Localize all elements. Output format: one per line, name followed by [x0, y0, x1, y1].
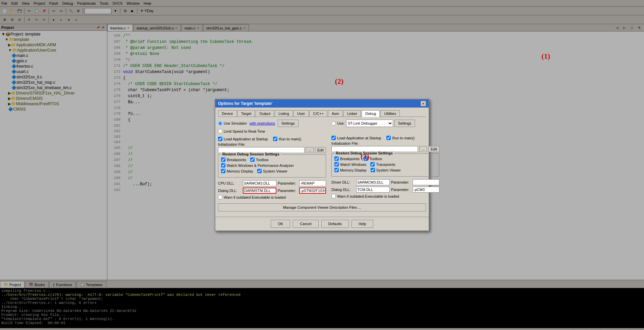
restore-group-right: Restore Debug Session Settings Breakpoin…: [331, 153, 439, 177]
use-label: Use:: [337, 121, 345, 125]
toolbox-check-right[interactable]: [364, 156, 368, 161]
tab-utilities[interactable]: Utilities: [380, 110, 399, 117]
toolbox-label-left: Toolbox: [256, 158, 269, 162]
warn-label-right: Warn if outdated Executable is loaded: [337, 194, 399, 198]
breakpoints-check-right[interactable]: [334, 156, 339, 161]
tab-debug[interactable]: Debug: [362, 110, 380, 117]
tab-target[interactable]: Target: [237, 110, 255, 117]
load-app-row-left: Load Application at Startup Run to main(…: [218, 137, 326, 141]
dialog-dll-label-left: Dialog DLL:: [218, 189, 241, 193]
watch-trace-row-right: Watch Windows Tracepoints: [334, 162, 436, 167]
left-settings-btn[interactable]: Settings: [278, 120, 299, 127]
watch-perf-label-left: Watch Windows & Performance Analyzer: [227, 163, 294, 168]
dialog-param-label-right: Parameter:: [391, 188, 411, 192]
ok-btn[interactable]: OK: [271, 220, 290, 228]
watch-perf-check-left[interactable]: [221, 163, 225, 168]
options-dialog: Options for Target 'template' ✕ Device T…: [215, 99, 429, 231]
limit-speed-row: Limit Speed to Real-Time: [218, 129, 326, 133]
tab-device[interactable]: Device: [218, 110, 237, 117]
breakpoints-row-left: Breakpoints Toolbox: [221, 157, 323, 162]
manage-component-btn[interactable]: Manage Component Viewer Description File…: [218, 203, 426, 211]
cpu-dll-row-left: CPU DLL: Parameter:: [218, 180, 326, 186]
tab-asm[interactable]: Asm: [328, 110, 343, 117]
load-app-check-right[interactable]: [331, 136, 336, 140]
modal-close-button[interactable]: ✕: [421, 101, 426, 106]
watch-perf-row-left: Watch Windows & Performance Analyzer: [221, 163, 323, 168]
dialog-dll-row-right: Dialog DLL: Parameter:: [331, 187, 439, 193]
tab-user[interactable]: User: [293, 110, 309, 117]
system-viewer-check-right[interactable]: [371, 168, 375, 172]
breakpoints-label-left: Breakpoints: [227, 158, 246, 162]
driver-param-input-right[interactable]: [413, 179, 439, 185]
cancel-btn[interactable]: Cancel: [293, 220, 318, 228]
init-file-label-right: Initialization File:: [331, 141, 439, 145]
limit-speed-label: Limit Speed to Real-Time: [224, 129, 265, 133]
toolbox-check-left[interactable]: [250, 157, 255, 162]
restore-title-right: Restore Debug Session Settings: [334, 151, 394, 155]
cpu-dll-label-left: CPU DLL:: [218, 181, 241, 185]
help-btn[interactable]: Help: [352, 220, 373, 228]
use-debugger-select[interactable]: ST-Link Debugger: [346, 120, 393, 127]
run-to-main-check-right[interactable]: [386, 136, 391, 140]
run-to-main-label-left: Run to main(): [279, 137, 301, 141]
warn-check-left[interactable]: [218, 195, 222, 199]
driver-dll-label-right: Driver DLL:: [331, 180, 355, 184]
memory-system-row-left: Memory Display System Viewer: [221, 169, 323, 173]
driver-dll-input-right[interactable]: [356, 179, 390, 185]
use-simulator-row: Use Simulator with restrictions Settings: [218, 120, 326, 127]
system-viewer-check-left[interactable]: [257, 169, 262, 173]
watch-check-right[interactable]: [334, 162, 339, 167]
modal-overlay[interactable]: Options for Target 'template' ✕ Device T…: [0, 0, 644, 330]
dialog-dll-input-right[interactable]: [356, 187, 390, 193]
modal-footer: OK Cancel Defaults Help: [215, 217, 429, 230]
cpu-dll-input-left[interactable]: [243, 180, 276, 186]
dialog-dll-label-right: Dialog DLL:: [331, 188, 355, 192]
dialog-dll-input-left[interactable]: [243, 188, 276, 194]
warn-label-left: Warn if outdated Executable is loaded: [224, 195, 286, 199]
memory-system-row-right: Memory Display System Viewer: [334, 168, 436, 172]
init-file-section-left: Initialization File: ... Edit: [218, 142, 326, 153]
warn-check-right[interactable]: [331, 194, 336, 198]
tracepoints-label-right: Tracepoints: [376, 162, 395, 167]
warn-row-right: Warn if outdated Executable is loaded: [331, 194, 439, 198]
tracepoints-check-right[interactable]: [370, 162, 375, 167]
init-file-label-left: Initialization File:: [218, 142, 326, 146]
dialog-param-label-left: Parameter:: [278, 189, 298, 193]
right-col: Use: ST-Link Debugger Settings Load Appl…: [331, 120, 439, 201]
dialog-param-input-left[interactable]: [299, 188, 326, 194]
load-app-label-right: Load Application at Startup: [337, 136, 381, 140]
browse-btn-right[interactable]: ...: [419, 146, 427, 152]
right-settings-btn[interactable]: Settings: [394, 120, 415, 127]
memory-check-right[interactable]: [334, 168, 339, 172]
defaults-btn[interactable]: Defaults: [321, 220, 349, 228]
restore-title-left: Restore Debug Session Settings: [221, 152, 281, 156]
memory-check-left[interactable]: [221, 169, 225, 173]
cpu-param-input-left[interactable]: [299, 180, 326, 186]
edit-btn-left[interactable]: Edit: [315, 147, 326, 153]
modal-two-col: Use Simulator with restrictions Settings…: [218, 120, 426, 201]
driver-dll-row-right: Driver DLL: Parameter:: [331, 179, 439, 185]
load-app-row-right: Load Application at Startup Run to main(…: [331, 136, 439, 140]
driver-param-label-right: Parameter:: [391, 180, 411, 184]
memory-label-left: Memory Display: [227, 169, 253, 173]
limit-speed-check[interactable]: [218, 129, 222, 133]
tab-listing[interactable]: Listing: [275, 110, 293, 117]
browse-btn-left[interactable]: ...: [306, 147, 314, 153]
use-debugger-radio[interactable]: [331, 121, 336, 126]
memory-label-right: Memory Display: [340, 168, 367, 172]
tab-cpp[interactable]: C/C++: [309, 110, 327, 117]
dialog-param-input-right[interactable]: [413, 187, 439, 193]
breakpoints-check-left[interactable]: [221, 157, 225, 162]
edit-btn-right[interactable]: Edit: [428, 146, 439, 152]
run-to-main-check-left[interactable]: [273, 137, 277, 141]
modal-body: Device Target Output Listing User C/C++ …: [215, 108, 429, 217]
cpu-param-label-left: Parameter:: [278, 181, 298, 185]
tab-linker[interactable]: Linker: [343, 110, 361, 117]
load-app-check-left[interactable]: [218, 137, 222, 141]
run-to-main-label-right: Run to main(): [392, 136, 415, 140]
with-restrictions-link[interactable]: with restrictions: [250, 121, 275, 125]
restore-group-left: Restore Debug Session Settings Breakpoin…: [218, 154, 326, 178]
tab-output[interactable]: Output: [256, 110, 274, 117]
use-simulator-label: Use Simulator: [224, 121, 247, 125]
use-simulator-radio[interactable]: [218, 121, 222, 126]
